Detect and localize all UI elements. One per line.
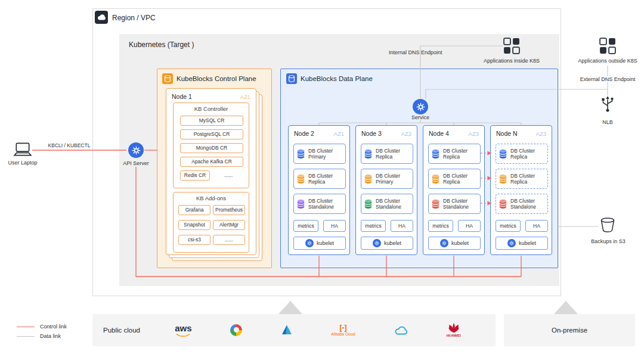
google-cloud-logo <box>230 324 242 337</box>
backups-s3-label: Backups in S3 <box>586 238 631 244</box>
user-laptop-icon <box>13 142 32 160</box>
database-icon <box>296 199 305 209</box>
applications-inside-k8s-label: Applications inside K8S <box>477 58 546 64</box>
on-premise-bar: On-premise <box>504 314 635 346</box>
cluster-line1: DB Cluster <box>376 198 400 204</box>
kubelet-label: kubelet <box>384 240 401 246</box>
cluster-line1: DB Cluster <box>308 148 333 154</box>
cluster-line2: Replica <box>443 154 460 160</box>
kubernetes-icon <box>507 239 516 247</box>
kubelet-box: kubelet <box>496 237 548 250</box>
kubernetes-target-label: Kubernetes (Target ) <box>129 41 194 49</box>
metrics-box: metrics <box>428 220 453 232</box>
tencent-cloud-icon <box>394 325 408 336</box>
cr-item-redis: Redis CR <box>180 170 210 181</box>
node-name: Node N <box>496 130 518 137</box>
cr-item: Apache Kafka CR <box>180 157 243 167</box>
huawei-text: HUAWEI <box>447 334 461 337</box>
database-icon <box>499 199 507 209</box>
database-icon <box>296 149 305 159</box>
kbcli-kubectl-label: KBCLI / KUBECTL <box>38 142 100 148</box>
metrics-box: metrics <box>293 220 318 232</box>
database-icon <box>364 149 373 159</box>
kubernetes-icon <box>373 239 381 247</box>
data-node-card-nodeN: Node N AZ3 DB ClusterReplica DB ClusterR… <box>490 125 552 255</box>
addon-item: Prometheus <box>213 205 245 215</box>
db-cluster-item: DB ClusterReplica <box>428 144 481 164</box>
node-name: Node 2 <box>294 130 314 137</box>
kubelet-label: kubelet <box>317 240 334 246</box>
alibaba-cloud-icon: [-] <box>339 324 346 331</box>
huawei-flower-icon <box>448 323 460 333</box>
cluster-line2: Replica <box>510 179 527 185</box>
node-az-badge: AZ2 <box>401 131 411 137</box>
db-cluster-item: DB ClusterPrimary <box>293 144 346 164</box>
addon-item: Snapshot <box>178 220 210 230</box>
data-link-swatch <box>17 336 35 337</box>
applications-inside-k8s-icon <box>503 37 521 57</box>
nlb-icon <box>599 95 617 114</box>
cluster-line2: Replica <box>443 179 460 185</box>
ha-box: HA <box>323 220 346 232</box>
cluster-line1: DB Cluster <box>443 173 467 179</box>
cluster-line1: DB Cluster <box>443 198 467 204</box>
public-cloud-label: Public cloud <box>103 327 140 334</box>
database-icon <box>431 199 440 209</box>
kubeblocks-architecture-diagram: Region / VPC Kubernetes (Target ) KubeBl… <box>0 0 644 354</box>
control-link-label: Control link <box>40 324 67 330</box>
cluster-line1: DB Cluster <box>308 198 333 204</box>
cluster-line1: DB Cluster <box>308 173 333 179</box>
node-name: Node 3 <box>361 130 382 137</box>
vpc-cloud-icon <box>95 11 108 24</box>
database-icon <box>499 149 507 159</box>
api-server-label: API Server <box>118 160 154 166</box>
db-cluster-item-pending: DB ClusterStandalone <box>496 194 548 214</box>
on-premise-label: On-premise <box>552 327 587 334</box>
cluster-line1: DB Cluster <box>376 148 400 154</box>
s3-bucket-icon <box>599 217 616 235</box>
database-icon <box>296 174 305 184</box>
cluster-line2: Standalone <box>308 204 334 210</box>
aws-logo: aws <box>175 324 191 337</box>
data-node-card-node4: Node 4 AZ3 DB ClusterReplica DB ClusterR… <box>423 125 485 255</box>
cr-item: MongoDB CR <box>180 143 243 153</box>
ha-box: HA <box>525 220 548 232</box>
google-cloud-icon <box>230 324 242 336</box>
addon-item: AlertMgr <box>213 220 245 230</box>
provider-logos: aws [-] Alibaba Cloud <box>140 323 496 337</box>
legend: Control link Data link <box>17 322 67 341</box>
metrics-box: metrics <box>361 220 386 232</box>
cluster-line2: Primary <box>308 154 326 160</box>
node-az-badge: AZ3 <box>469 131 479 137</box>
cluster-line2: Standalone <box>376 204 401 210</box>
cr-more-dots: ...... <box>215 170 242 181</box>
on-premise-callout-triangle <box>554 301 578 314</box>
cluster-line1: DB Cluster <box>443 148 467 154</box>
ha-box: HA <box>458 220 481 232</box>
db-cluster-item: DB ClusterReplica <box>428 169 481 189</box>
node-az-badge: AZ1 <box>240 94 250 100</box>
kubernetes-icon <box>305 239 314 247</box>
control-link-swatch <box>17 327 35 327</box>
azure-icon <box>281 324 293 336</box>
api-server-icon <box>128 142 144 158</box>
kubelet-box: kubelet <box>361 237 413 250</box>
alibaba-cloud-text: Alibaba Cloud <box>331 332 355 336</box>
kb-addons-title: KB Add-ons <box>174 195 249 201</box>
db-cluster-item: DB ClusterStandalone <box>428 194 481 214</box>
kubelet-label: kubelet <box>451 240 469 246</box>
node-az-badge: AZ1 <box>334 131 344 137</box>
db-cluster-item-pending: DB ClusterReplica <box>496 169 548 189</box>
external-dns-endpoint-label: External DNS Endpoint <box>574 76 642 82</box>
db-cluster-item: DB ClusterPrimary <box>361 169 413 189</box>
public-cloud-callout-triangle <box>278 301 302 314</box>
huawei-logo: HUAWEI <box>447 323 461 337</box>
database-icon <box>431 149 440 159</box>
cr-item: PostgreSQL CR <box>180 129 243 139</box>
applications-outside-k8s-icon <box>599 37 617 57</box>
alibaba-cloud-logo: [-] Alibaba Cloud <box>331 324 355 336</box>
cr-item: MySQL CR <box>180 116 243 126</box>
nlb-label: NLB <box>599 119 617 125</box>
tencent-cloud-logo <box>394 325 408 336</box>
cluster-line2: Replica <box>510 154 527 160</box>
